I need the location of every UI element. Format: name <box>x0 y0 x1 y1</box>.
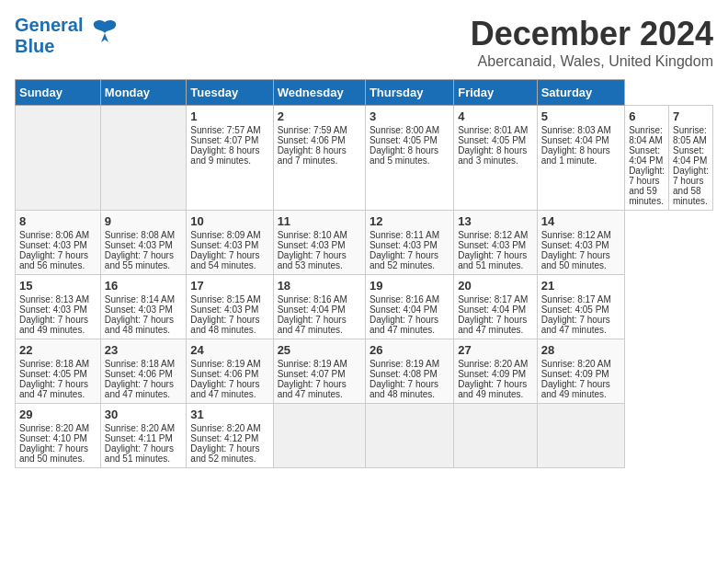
sunset-text: Sunset: 4:10 PM <box>19 433 97 443</box>
sunrise-text: Sunrise: 8:19 AM <box>190 359 268 369</box>
daylight-text: Daylight: 7 hours and 54 minutes. <box>190 250 268 270</box>
sunrise-text: Sunrise: 8:16 AM <box>370 294 449 304</box>
sunrise-text: Sunrise: 8:03 AM <box>541 125 620 135</box>
calendar-cell: 24Sunrise: 8:19 AMSunset: 4:06 PMDayligh… <box>187 339 273 404</box>
calendar-table: SundayMondayTuesdayWednesdayThursdayFrid… <box>15 79 713 468</box>
sunset-text: Sunset: 4:05 PM <box>370 135 449 145</box>
day-number: 24 <box>190 343 268 357</box>
sunrise-text: Sunrise: 8:20 AM <box>458 359 533 369</box>
calendar-header-saturday: Saturday <box>537 80 624 106</box>
daylight-text: Daylight: 7 hours and 49 minutes. <box>458 379 533 399</box>
logo-blue: Blue <box>15 36 83 57</box>
sunset-text: Sunset: 4:03 PM <box>190 240 268 250</box>
calendar-cell: 22Sunrise: 8:18 AMSunset: 4:05 PMDayligh… <box>16 339 101 404</box>
calendar-cell: 2Sunrise: 7:59 AMSunset: 4:06 PMDaylight… <box>273 106 365 211</box>
calendar-cell: 19Sunrise: 8:16 AMSunset: 4:04 PMDayligh… <box>365 275 453 339</box>
calendar-cell: 26Sunrise: 8:19 AMSunset: 4:08 PMDayligh… <box>365 339 453 404</box>
calendar-cell: 18Sunrise: 8:16 AMSunset: 4:04 PMDayligh… <box>273 275 365 339</box>
sunrise-text: Sunrise: 8:10 AM <box>278 230 361 240</box>
sunrise-text: Sunrise: 8:12 AM <box>541 230 620 240</box>
daylight-text: Daylight: 7 hours and 48 minutes. <box>370 379 449 399</box>
calendar-cell: 29Sunrise: 8:20 AMSunset: 4:10 PMDayligh… <box>16 404 101 468</box>
daylight-text: Daylight: 7 hours and 51 minutes. <box>458 250 533 270</box>
sunrise-text: Sunrise: 8:12 AM <box>458 230 533 240</box>
page-header: General Blue December 2024 Abercanaid, W… <box>15 15 713 70</box>
calendar-cell <box>365 404 453 468</box>
page-subtitle: Abercanaid, Wales, United Kingdom <box>471 53 713 70</box>
calendar-week-4: 22Sunrise: 8:18 AMSunset: 4:05 PMDayligh… <box>16 339 713 404</box>
daylight-text: Daylight: 8 hours and 3 minutes. <box>458 145 533 166</box>
day-number: 26 <box>370 343 449 357</box>
sunrise-text: Sunrise: 8:19 AM <box>370 359 449 369</box>
sunrise-text: Sunrise: 7:57 AM <box>190 125 268 135</box>
daylight-text: Daylight: 7 hours and 48 minutes. <box>105 315 183 335</box>
sunset-text: Sunset: 4:05 PM <box>541 304 620 315</box>
calendar-header-wednesday: Wednesday <box>273 80 365 106</box>
sunrise-text: Sunrise: 8:20 AM <box>19 423 97 433</box>
calendar-week-3: 15Sunrise: 8:13 AMSunset: 4:03 PMDayligh… <box>16 275 713 339</box>
day-number: 25 <box>278 343 361 357</box>
day-number: 27 <box>458 343 533 357</box>
calendar-cell <box>273 404 365 468</box>
calendar-cell <box>100 106 187 211</box>
sunrise-text: Sunrise: 8:18 AM <box>105 359 183 369</box>
day-number: 6 <box>629 109 665 123</box>
daylight-text: Daylight: 7 hours and 47 minutes. <box>370 315 449 335</box>
calendar-cell: 16Sunrise: 8:14 AMSunset: 4:03 PMDayligh… <box>100 275 187 339</box>
daylight-text: Daylight: 7 hours and 58 minutes. <box>673 166 709 206</box>
daylight-text: Daylight: 7 hours and 52 minutes. <box>370 250 449 270</box>
day-number: 20 <box>458 279 533 293</box>
day-number: 29 <box>19 408 97 421</box>
title-block: December 2024 Abercanaid, Wales, United … <box>471 15 713 70</box>
logo-bird-icon <box>88 17 121 56</box>
day-number: 23 <box>105 343 183 357</box>
calendar-header-monday: Monday <box>100 80 187 106</box>
sunrise-text: Sunrise: 8:20 AM <box>541 359 620 369</box>
sunrise-text: Sunrise: 8:19 AM <box>278 359 361 369</box>
sunset-text: Sunset: 4:04 PM <box>673 145 709 166</box>
logo-general: General <box>15 15 83 36</box>
calendar-header-friday: Friday <box>454 80 538 106</box>
calendar-week-2: 8Sunrise: 8:06 AMSunset: 4:03 PMDaylight… <box>16 211 713 275</box>
sunset-text: Sunset: 4:03 PM <box>190 304 268 315</box>
calendar-cell: 13Sunrise: 8:12 AMSunset: 4:03 PMDayligh… <box>454 211 538 275</box>
sunrise-text: Sunrise: 8:18 AM <box>19 359 97 369</box>
day-number: 14 <box>541 214 620 228</box>
calendar-cell: 12Sunrise: 8:11 AMSunset: 4:03 PMDayligh… <box>365 211 453 275</box>
sunrise-text: Sunrise: 8:17 AM <box>458 294 533 304</box>
sunrise-text: Sunrise: 8:11 AM <box>370 230 449 240</box>
sunset-text: Sunset: 4:04 PM <box>458 304 533 315</box>
sunrise-text: Sunrise: 8:06 AM <box>19 230 97 240</box>
logo: General Blue <box>15 15 121 57</box>
daylight-text: Daylight: 7 hours and 59 minutes. <box>629 166 665 206</box>
sunset-text: Sunset: 4:03 PM <box>19 304 97 315</box>
day-number: 9 <box>105 214 183 228</box>
sunset-text: Sunset: 4:06 PM <box>190 369 268 379</box>
calendar-cell: 28Sunrise: 8:20 AMSunset: 4:09 PMDayligh… <box>537 339 624 404</box>
daylight-text: Daylight: 7 hours and 47 minutes. <box>541 315 620 335</box>
sunrise-text: Sunrise: 8:14 AM <box>105 294 183 304</box>
calendar-cell: 10Sunrise: 8:09 AMSunset: 4:03 PMDayligh… <box>187 211 273 275</box>
calendar-header-row: SundayMondayTuesdayWednesdayThursdayFrid… <box>16 80 713 106</box>
sunrise-text: Sunrise: 8:09 AM <box>190 230 268 240</box>
sunrise-text: Sunrise: 8:00 AM <box>370 125 449 135</box>
daylight-text: Daylight: 7 hours and 47 minutes. <box>278 315 361 335</box>
day-number: 28 <box>541 343 620 357</box>
sunrise-text: Sunrise: 8:04 AM <box>629 125 665 145</box>
daylight-text: Daylight: 8 hours and 1 minute. <box>541 145 620 166</box>
sunrise-text: Sunrise: 8:13 AM <box>19 294 97 304</box>
calendar-cell: 21Sunrise: 8:17 AMSunset: 4:05 PMDayligh… <box>537 275 624 339</box>
sunset-text: Sunset: 4:07 PM <box>190 135 268 145</box>
day-number: 10 <box>190 214 268 228</box>
sunset-text: Sunset: 4:03 PM <box>370 240 449 250</box>
sunset-text: Sunset: 4:03 PM <box>278 240 361 250</box>
daylight-text: Daylight: 7 hours and 50 minutes. <box>19 443 97 464</box>
day-number: 15 <box>19 279 97 293</box>
calendar-cell: 14Sunrise: 8:12 AMSunset: 4:03 PMDayligh… <box>537 211 624 275</box>
calendar-cell: 15Sunrise: 8:13 AMSunset: 4:03 PMDayligh… <box>16 275 101 339</box>
sunset-text: Sunset: 4:04 PM <box>370 304 449 315</box>
daylight-text: Daylight: 7 hours and 47 minutes. <box>19 379 97 399</box>
daylight-text: Daylight: 7 hours and 47 minutes. <box>190 379 268 399</box>
day-number: 4 <box>458 109 533 123</box>
sunset-text: Sunset: 4:03 PM <box>105 240 183 250</box>
